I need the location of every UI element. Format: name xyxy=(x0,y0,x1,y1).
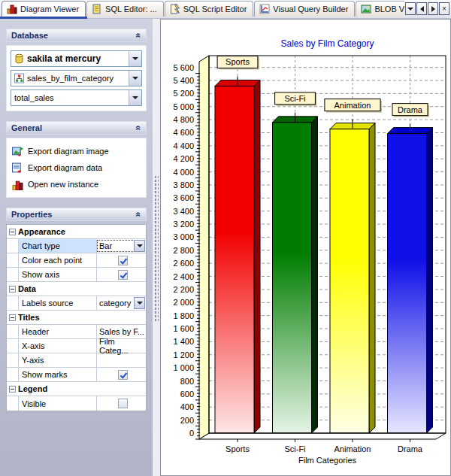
property-checkbox-visible[interactable] xyxy=(118,399,128,408)
y-tick-label: 3 200 xyxy=(173,220,194,229)
bar-sci-fi xyxy=(273,113,318,433)
x-axis-title: Film Categories xyxy=(298,456,357,465)
property-checkbox-color-each-point[interactable] xyxy=(118,256,128,265)
property-label: Labels source xyxy=(18,296,96,310)
svg-text:Sports: Sports xyxy=(226,57,250,66)
y-tick-label: 1 600 xyxy=(173,324,194,333)
y-tick-label: 1 000 xyxy=(173,363,194,372)
chart-title: Sales by Film Category xyxy=(280,38,374,49)
tab-blob-viewer[interactable]: BLOB Viewer xyxy=(356,1,404,17)
tab-diagram-viewer[interactable]: Diagram Viewer xyxy=(2,1,86,17)
arrow-left-icon xyxy=(420,6,424,12)
general-section-header[interactable]: General « xyxy=(6,121,147,135)
sidebar-splitter[interactable] xyxy=(153,19,160,476)
chevron-down-icon xyxy=(132,96,138,99)
property-row-y-axis[interactable]: Y-axis xyxy=(7,353,146,368)
property-checkbox-show-axis[interactable] xyxy=(118,270,128,280)
property-row-visible[interactable]: Visible xyxy=(7,396,146,411)
property-row-chart-type[interactable]: Chart typeBar xyxy=(7,239,146,253)
property-dropdown-button[interactable] xyxy=(134,240,145,252)
property-group-data[interactable]: Data xyxy=(7,282,146,296)
object-value: sales_by_film_category xyxy=(27,74,114,83)
property-label: Color each point xyxy=(18,253,96,267)
property-row-x-axis[interactable]: X-axisFilm Categ... xyxy=(7,339,146,353)
bar-sports xyxy=(215,76,260,433)
x-tick-label: Sports xyxy=(226,444,250,453)
chart-wall xyxy=(199,56,209,439)
y-tick-label: 800 xyxy=(180,377,194,386)
y-tick-label: 2 000 xyxy=(173,298,194,307)
properties-section-header[interactable]: Properties « xyxy=(6,208,147,221)
y-tick-label: 5 000 xyxy=(173,102,194,111)
property-value: Sales by F... xyxy=(99,327,144,336)
column-dropdown-button[interactable] xyxy=(129,90,141,105)
column-dropdown[interactable]: total_sales xyxy=(11,89,142,106)
close-tab-button[interactable]: × xyxy=(439,2,449,15)
scroll-tabs-left-button[interactable] xyxy=(416,2,427,15)
tab-sql-script-editor[interactable]: SQL Script Editor xyxy=(165,1,254,17)
property-row-labels-source[interactable]: Labels sourcecategory xyxy=(7,296,146,311)
y-tick-label: 2 200 xyxy=(173,285,194,294)
y-tick-label: 5 400 xyxy=(173,76,194,85)
property-row-show-axis[interactable]: Show axis xyxy=(7,268,146,282)
tab-sql-editor[interactable]: SQL Editor: ... xyxy=(86,1,164,17)
tab-bar: Diagram ViewerSQL Editor: ...SQL Script … xyxy=(0,0,451,19)
general-action-open-new-instance[interactable]: Open new instance xyxy=(11,176,142,193)
general-panel: Export diagram imageExport diagram dataO… xyxy=(6,138,147,198)
collapse-group-icon[interactable] xyxy=(9,314,16,321)
chevron-down-icon xyxy=(132,57,138,60)
general-action-export-diagram-image[interactable]: Export diagram image xyxy=(11,143,142,159)
object-dropdown-button[interactable] xyxy=(129,71,141,86)
bar-animation xyxy=(330,120,375,433)
property-label: Header xyxy=(18,325,96,338)
object-dropdown[interactable]: sales_by_film_category xyxy=(11,70,142,86)
collapse-group-icon[interactable] xyxy=(9,229,16,235)
tab-label: SQL Editor: ... xyxy=(105,5,157,14)
chart-panel: Sales by Film Category02004006008001 000… xyxy=(160,19,451,476)
bar-chart: Sales by Film Category02004006008001 000… xyxy=(161,20,450,475)
svg-text:Sci-Fi: Sci-Fi xyxy=(284,94,305,103)
y-tick-label: 1 200 xyxy=(173,350,194,359)
collapse-group-icon[interactable] xyxy=(9,386,16,393)
chevron-down-icon xyxy=(137,302,143,305)
tab-list-button[interactable] xyxy=(405,2,416,15)
property-group-titles[interactable]: Titles xyxy=(7,311,146,325)
property-dropdown-button[interactable] xyxy=(134,297,145,309)
close-icon: × xyxy=(442,5,446,13)
property-label: Y-axis xyxy=(18,353,96,367)
property-row-show-marks[interactable]: Show marks xyxy=(7,368,146,382)
y-tick-label: 4 800 xyxy=(173,115,194,124)
property-group-label: Appearance xyxy=(18,225,65,238)
y-tick-label: 4 400 xyxy=(173,141,194,150)
property-value: Bar xyxy=(99,241,112,250)
sql-editor-icon xyxy=(92,4,102,14)
y-tick-label: 2 600 xyxy=(173,259,194,268)
y-tick-label: 5 200 xyxy=(173,89,194,98)
property-group-appearance[interactable]: Appearance xyxy=(7,225,146,239)
database-section-header[interactable]: Database « xyxy=(6,29,147,42)
chevron-down-icon xyxy=(407,8,413,11)
general-action-export-diagram-data[interactable]: Export diagram data xyxy=(11,159,142,176)
y-tick-label: 3 800 xyxy=(173,180,194,189)
property-row-color-each-point[interactable]: Color each point xyxy=(7,253,146,268)
x-tick-label: Drama xyxy=(398,444,423,453)
tab-label: BLOB Viewer xyxy=(374,5,404,14)
general-action-label: Export diagram image xyxy=(28,147,109,156)
collapse-group-icon[interactable] xyxy=(9,286,16,293)
connection-dropdown[interactable]: sakila at mercury xyxy=(11,50,142,67)
point-label-sports: Sports xyxy=(217,56,259,69)
connection-dropdown-button[interactable] xyxy=(129,51,141,66)
database-icon xyxy=(14,53,24,64)
property-value: category xyxy=(99,299,131,308)
bar-drama xyxy=(388,124,433,433)
property-checkbox-show-marks[interactable] xyxy=(118,370,128,380)
tab-visual-query-builder[interactable]: Visual Query Builder xyxy=(254,1,355,17)
properties-grid: AppearanceChart typeBarColor each pointS… xyxy=(6,224,147,411)
property-group-legend[interactable]: Legend xyxy=(7,382,146,396)
tab-strip: Diagram ViewerSQL Editor: ...SQL Script … xyxy=(2,1,404,17)
sql-script-icon xyxy=(170,4,180,14)
database-panel: sakila at mercury sales_by_film_category… xyxy=(6,45,147,111)
y-tick-label: 3 000 xyxy=(173,232,194,241)
scroll-tabs-right-button[interactable] xyxy=(428,2,438,15)
y-tick-label: 4 000 xyxy=(173,168,194,177)
